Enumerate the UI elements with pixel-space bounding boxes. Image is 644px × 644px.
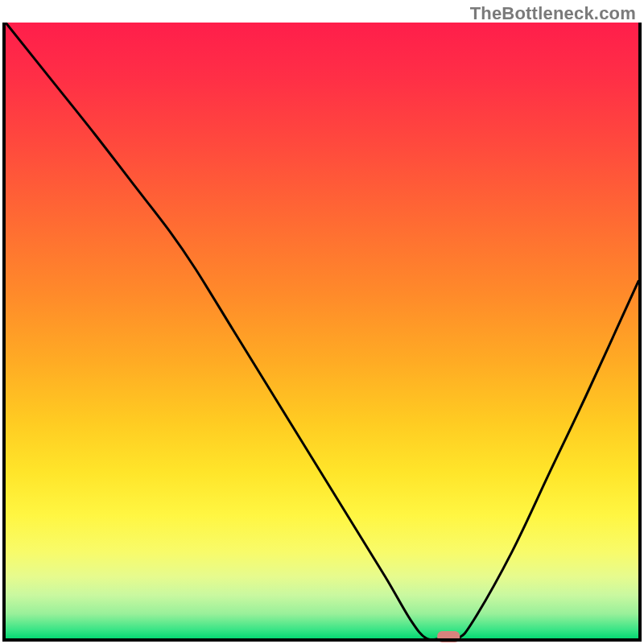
bottleneck-curve-chart: [0, 0, 644, 644]
frame-bottom: [2, 638, 642, 642]
frame-left: [2, 23, 6, 642]
watermark-text: TheBottleneck.com: [470, 3, 636, 24]
chart-stage: TheBottleneck.com: [0, 0, 644, 644]
gradient-background: [6, 23, 638, 638]
frame-right: [638, 23, 642, 642]
